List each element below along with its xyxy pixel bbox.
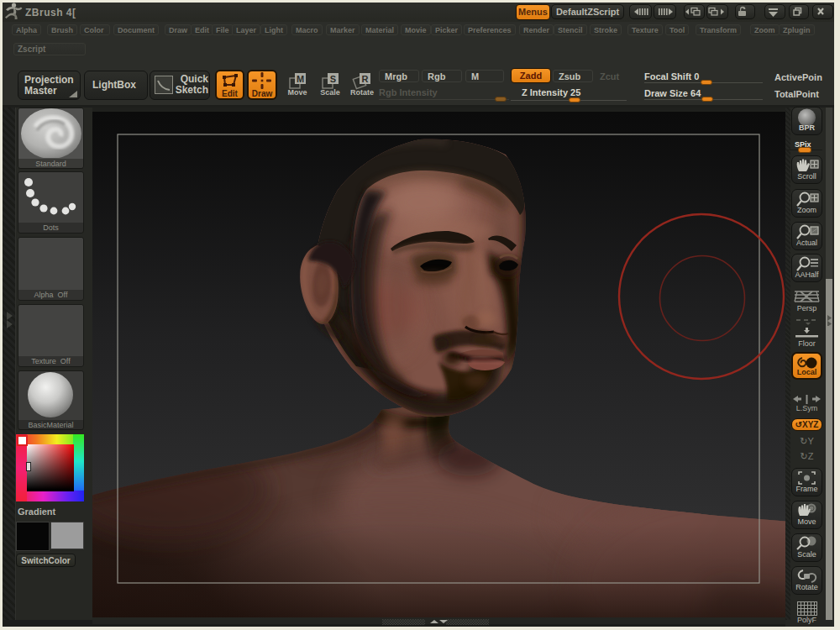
svg-text:M: M <box>297 74 304 84</box>
svg-text:R: R <box>362 74 369 84</box>
svg-text:S: S <box>330 74 336 84</box>
